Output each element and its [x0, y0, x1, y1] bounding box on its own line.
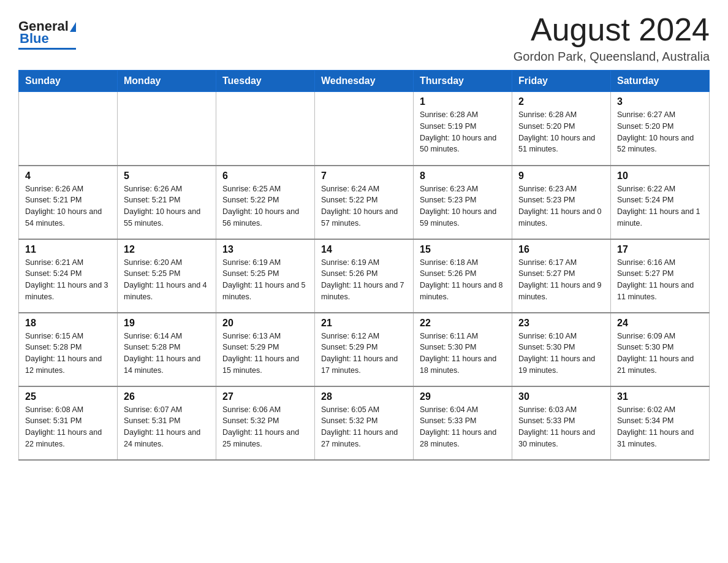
day-number: 11 [25, 244, 111, 255]
calendar-cell: 3Sunrise: 6:27 AMSunset: 5:20 PMDaylight… [611, 92, 710, 166]
day-info: Sunrise: 6:24 AMSunset: 5:22 PMDaylight:… [321, 183, 407, 229]
day-info: Sunrise: 6:13 AMSunset: 5:29 PMDaylight:… [222, 331, 308, 377]
day-info: Sunrise: 6:03 AMSunset: 5:33 PMDaylight:… [518, 404, 604, 450]
calendar-week-2: 4Sunrise: 6:26 AMSunset: 5:21 PMDaylight… [19, 166, 710, 239]
calendar-cell [315, 92, 414, 166]
day-number: 26 [124, 391, 210, 402]
day-number: 10 [617, 170, 703, 182]
calendar-cell: 17Sunrise: 6:16 AMSunset: 5:27 PMDayligh… [611, 239, 710, 313]
day-number: 30 [518, 391, 604, 402]
day-number: 29 [420, 391, 506, 402]
day-info: Sunrise: 6:19 AMSunset: 5:26 PMDaylight:… [321, 257, 407, 303]
calendar-table: Sunday Monday Tuesday Wednesday Thursday… [18, 70, 710, 461]
calendar-cell: 8Sunrise: 6:23 AMSunset: 5:23 PMDaylight… [414, 166, 512, 239]
day-number: 16 [518, 244, 604, 255]
day-info: Sunrise: 6:12 AMSunset: 5:29 PMDaylight:… [321, 331, 407, 377]
col-saturday: Saturday [611, 71, 710, 92]
day-info: Sunrise: 6:21 AMSunset: 5:24 PMDaylight:… [25, 257, 111, 303]
day-info: Sunrise: 6:23 AMSunset: 5:23 PMDaylight:… [518, 183, 604, 229]
day-info: Sunrise: 6:16 AMSunset: 5:27 PMDaylight:… [617, 257, 703, 303]
calendar-cell [19, 92, 118, 166]
day-number: 4 [25, 170, 111, 182]
day-info: Sunrise: 6:14 AMSunset: 5:28 PMDaylight:… [124, 331, 210, 377]
calendar-cell: 11Sunrise: 6:21 AMSunset: 5:24 PMDayligh… [19, 239, 118, 313]
calendar-cell: 24Sunrise: 6:09 AMSunset: 5:30 PMDayligh… [611, 313, 710, 386]
day-number: 24 [617, 318, 703, 329]
day-info: Sunrise: 6:10 AMSunset: 5:30 PMDaylight:… [518, 331, 604, 377]
page-header: General Blue August 2024 Gordon Park, Qu… [18, 12, 710, 64]
day-number: 28 [321, 391, 407, 402]
day-number: 15 [420, 244, 506, 255]
day-number: 31 [617, 391, 703, 402]
day-info: Sunrise: 6:25 AMSunset: 5:22 PMDaylight:… [222, 183, 308, 229]
calendar-cell: 1Sunrise: 6:28 AMSunset: 5:19 PMDaylight… [414, 92, 512, 166]
logo-blue-text: Blue [20, 31, 49, 46]
calendar-cell: 2Sunrise: 6:28 AMSunset: 5:20 PMDaylight… [512, 92, 611, 166]
calendar-cell: 19Sunrise: 6:14 AMSunset: 5:28 PMDayligh… [118, 313, 216, 386]
calendar-cell: 25Sunrise: 6:08 AMSunset: 5:31 PMDayligh… [19, 386, 118, 460]
day-info: Sunrise: 6:07 AMSunset: 5:31 PMDaylight:… [124, 404, 210, 450]
day-number: 19 [124, 318, 210, 329]
day-number: 14 [321, 244, 407, 255]
calendar-cell: 6Sunrise: 6:25 AMSunset: 5:22 PMDaylight… [216, 166, 315, 239]
day-info: Sunrise: 6:08 AMSunset: 5:31 PMDaylight:… [25, 404, 111, 450]
calendar-week-3: 11Sunrise: 6:21 AMSunset: 5:24 PMDayligh… [19, 239, 710, 313]
day-number: 27 [222, 391, 308, 402]
calendar-cell: 28Sunrise: 6:05 AMSunset: 5:32 PMDayligh… [315, 386, 414, 460]
calendar-cell: 16Sunrise: 6:17 AMSunset: 5:27 PMDayligh… [512, 239, 611, 313]
day-number: 8 [420, 170, 506, 182]
day-info: Sunrise: 6:28 AMSunset: 5:20 PMDaylight:… [518, 109, 604, 155]
day-info: Sunrise: 6:26 AMSunset: 5:21 PMDaylight:… [25, 183, 111, 229]
location-subtitle: Gordon Park, Queensland, Australia [514, 50, 710, 64]
day-number: 6 [222, 170, 308, 182]
day-info: Sunrise: 6:09 AMSunset: 5:30 PMDaylight:… [617, 331, 703, 377]
day-info: Sunrise: 6:23 AMSunset: 5:23 PMDaylight:… [420, 183, 506, 229]
day-number: 22 [420, 318, 506, 329]
day-number: 25 [25, 391, 111, 402]
logo: General Blue [18, 18, 76, 50]
calendar-week-4: 18Sunrise: 6:15 AMSunset: 5:28 PMDayligh… [19, 313, 710, 386]
calendar-cell: 15Sunrise: 6:18 AMSunset: 5:26 PMDayligh… [414, 239, 512, 313]
calendar-cell: 9Sunrise: 6:23 AMSunset: 5:23 PMDaylight… [512, 166, 611, 239]
calendar-week-1: 1Sunrise: 6:28 AMSunset: 5:19 PMDaylight… [19, 92, 710, 166]
day-info: Sunrise: 6:22 AMSunset: 5:24 PMDaylight:… [617, 183, 703, 229]
day-number: 13 [222, 244, 308, 255]
calendar-body: 1Sunrise: 6:28 AMSunset: 5:19 PMDaylight… [19, 92, 710, 460]
calendar-cell: 31Sunrise: 6:02 AMSunset: 5:34 PMDayligh… [611, 386, 710, 460]
logo-triangle-icon [70, 22, 76, 32]
day-number: 3 [617, 96, 703, 107]
day-number: 21 [321, 318, 407, 329]
calendar-cell: 5Sunrise: 6:26 AMSunset: 5:21 PMDaylight… [118, 166, 216, 239]
col-wednesday: Wednesday [315, 71, 414, 92]
day-info: Sunrise: 6:17 AMSunset: 5:27 PMDaylight:… [518, 257, 604, 303]
day-number: 9 [518, 170, 604, 182]
day-number: 12 [124, 244, 210, 255]
calendar-cell [216, 92, 315, 166]
day-number: 7 [321, 170, 407, 182]
calendar-cell [118, 92, 216, 166]
day-info: Sunrise: 6:28 AMSunset: 5:19 PMDaylight:… [420, 109, 506, 155]
day-number: 17 [617, 244, 703, 255]
calendar-header: Sunday Monday Tuesday Wednesday Thursday… [19, 71, 710, 92]
calendar-cell: 18Sunrise: 6:15 AMSunset: 5:28 PMDayligh… [19, 313, 118, 386]
header-row: Sunday Monday Tuesday Wednesday Thursday… [19, 71, 710, 92]
calendar-cell: 21Sunrise: 6:12 AMSunset: 5:29 PMDayligh… [315, 313, 414, 386]
logo-underline [18, 48, 76, 50]
day-info: Sunrise: 6:18 AMSunset: 5:26 PMDaylight:… [420, 257, 506, 303]
day-number: 2 [518, 96, 604, 107]
calendar-cell: 12Sunrise: 6:20 AMSunset: 5:25 PMDayligh… [118, 239, 216, 313]
day-info: Sunrise: 6:11 AMSunset: 5:30 PMDaylight:… [420, 331, 506, 377]
calendar-cell: 23Sunrise: 6:10 AMSunset: 5:30 PMDayligh… [512, 313, 611, 386]
calendar-cell: 10Sunrise: 6:22 AMSunset: 5:24 PMDayligh… [611, 166, 710, 239]
day-number: 5 [124, 170, 210, 182]
calendar-cell: 7Sunrise: 6:24 AMSunset: 5:22 PMDaylight… [315, 166, 414, 239]
col-tuesday: Tuesday [216, 71, 315, 92]
title-block: August 2024 Gordon Park, Queensland, Aus… [514, 12, 710, 64]
col-friday: Friday [512, 71, 611, 92]
month-title: August 2024 [514, 12, 710, 47]
calendar-cell: 14Sunrise: 6:19 AMSunset: 5:26 PMDayligh… [315, 239, 414, 313]
calendar-cell: 4Sunrise: 6:26 AMSunset: 5:21 PMDaylight… [19, 166, 118, 239]
col-thursday: Thursday [414, 71, 512, 92]
day-info: Sunrise: 6:26 AMSunset: 5:21 PMDaylight:… [124, 183, 210, 229]
calendar-cell: 26Sunrise: 6:07 AMSunset: 5:31 PMDayligh… [118, 386, 216, 460]
